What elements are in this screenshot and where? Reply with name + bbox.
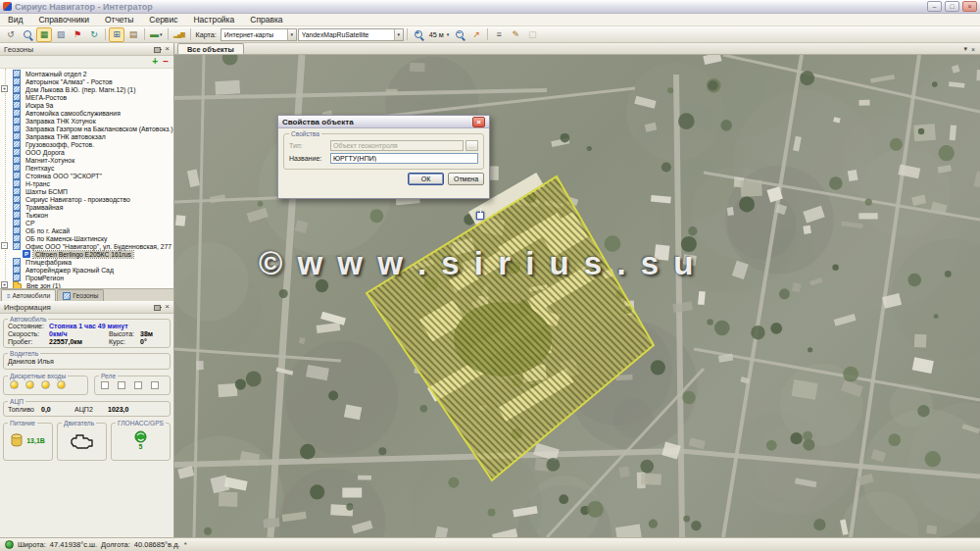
type-label: Тип: <box>289 142 330 149</box>
search-button[interactable] <box>20 27 35 42</box>
geozones-tree[interactable]: Монтажный отдел 2Авторынок "Алмаз" - Рос… <box>0 69 173 288</box>
add-geozone-button[interactable]: + <box>152 57 158 67</box>
tree-item-21[interactable]: ОБ по Каменск-Шахтинску <box>0 234 173 242</box>
close-button[interactable]: × <box>962 1 977 12</box>
adc2-label: АЦП2 <box>74 406 108 413</box>
tree-item-14[interactable]: Н-транс <box>0 179 173 187</box>
geozone-icon <box>13 226 21 234</box>
tree-item-7[interactable]: Заправка Газпром на Баклановском (Автово… <box>0 125 173 132</box>
extra-button[interactable]: ▢ <box>524 27 540 42</box>
tree-item-13[interactable]: Стоянка ООО "ЭСКОРТ" <box>0 172 173 179</box>
latitude-value: 47.41938°с.ш. <box>50 540 97 549</box>
relay-group: Реле <box>94 373 171 395</box>
tree-item-label: Заправка ТНК автовокзал <box>24 133 108 140</box>
menu-item-4[interactable]: Настройка <box>185 14 242 25</box>
tree-item-4[interactable]: Искра 9а <box>0 101 173 109</box>
tree-item-6[interactable]: Заправка ТНК Хотунок <box>0 117 173 125</box>
geozone-icon <box>13 85 21 93</box>
pin-icon[interactable] <box>153 45 162 53</box>
tree-item-8[interactable]: Заправка ТНК автовокзал <box>0 132 173 140</box>
tree-item-15[interactable]: Шахты БСМП <box>0 187 173 195</box>
mileage-value: 22557,0км <box>49 338 107 345</box>
tree-item-16[interactable]: Сириус Навигатор - производство <box>0 195 173 203</box>
panel-close-icon[interactable]: × <box>165 45 170 53</box>
ok-button[interactable]: ОК <box>408 173 444 185</box>
cancel-button[interactable]: Отмена <box>448 173 484 185</box>
geozone-icon <box>13 132 21 140</box>
relay-checkbox-1[interactable] <box>118 381 125 389</box>
vehicle-menu-button[interactable]: ▬▾ <box>148 27 165 42</box>
tree-item-12[interactable]: Пентхаус <box>0 164 173 172</box>
map-layer-combo[interactable]: YandexMapRuSatellite▾ <box>298 28 404 41</box>
tree-item-1[interactable]: Авторынок "Алмаз" - Ростов <box>0 77 173 85</box>
dropdown-arrow-icon[interactable]: ▾ <box>287 29 296 40</box>
tree-item-9[interactable]: Грузовозофф, Ростов. <box>0 140 173 148</box>
tree-item-18[interactable]: Тьюкон <box>0 211 173 219</box>
tab-list-icon[interactable]: ▾ <box>963 45 967 53</box>
tab-geozones[interactable]: Геозоны <box>57 289 104 301</box>
tab-vehicles-label: Автомобили <box>13 292 51 299</box>
relay-checkbox-0[interactable] <box>101 381 109 389</box>
tree-item-label: Офис ООО "Навигатор", ул. Буденновская, … <box>24 243 173 250</box>
tree-item-0[interactable]: Монтажный отдел 2 <box>0 70 173 77</box>
map-source-label: Карта: <box>196 30 217 39</box>
tree-item-2[interactable]: +Дом Лыкова В.Ю. (пер. Магн.12) (1) <box>0 85 173 93</box>
tree-item-23[interactable]: PCitroen Berlingo Е205КС 161rus <box>0 250 173 258</box>
edit-map-button[interactable]: ✎ <box>508 27 523 42</box>
expander-icon[interactable]: - <box>1 242 8 249</box>
show-tracks-button[interactable]: ▨ <box>53 27 69 42</box>
info-pin-icon[interactable] <box>153 303 162 311</box>
tree-item-22[interactable]: -Офис ООО "Навигатор", ул. Буденновская,… <box>0 242 173 250</box>
maximize-button[interactable]: □ <box>945 1 959 12</box>
pan-north-button[interactable]: ↗ <box>468 27 484 42</box>
menu-item-3[interactable]: Сервис <box>141 14 185 25</box>
refresh-button[interactable]: ↺ <box>3 27 19 42</box>
menu-item-1[interactable]: Справочники <box>30 14 97 25</box>
relay-checkbox-3[interactable] <box>151 381 159 389</box>
info-close-icon[interactable]: × <box>165 303 170 311</box>
charts-button[interactable]: ▂▄▆ <box>172 27 187 42</box>
menu-item-0[interactable]: Вид <box>0 14 30 25</box>
expander-icon[interactable]: + <box>1 85 8 92</box>
legend-button[interactable]: ≡ <box>491 27 507 42</box>
show-geozones-button[interactable]: ▦ <box>36 27 52 42</box>
tree-item-10[interactable]: ООО Дорога <box>0 148 173 156</box>
menu-item-5[interactable]: Справка <box>242 14 290 25</box>
dropdown-arrow-icon[interactable]: ▾ <box>394 29 403 40</box>
browse-button[interactable]: ... <box>466 140 478 151</box>
reports-button[interactable]: ▤ <box>125 27 141 42</box>
tab-vehicles[interactable]: ≡ Автомобили <box>1 289 56 301</box>
relay-checkbox-2[interactable] <box>134 381 142 389</box>
map-mode-button[interactable]: ⊞ <box>109 27 124 42</box>
dialog-close-button[interactable]: × <box>472 117 485 127</box>
tree-item-17[interactable]: Трамвайная <box>0 203 173 211</box>
vehicle-marker[interactable] <box>476 212 484 220</box>
tree-item-24[interactable]: Птицефабрика <box>0 258 173 266</box>
map-source-combo[interactable]: Интернет-карты▾ <box>220 28 297 41</box>
dialog-title-bar[interactable]: Свойства объекта × <box>278 116 489 128</box>
tree-item-3[interactable]: МЕГА-Ростов <box>0 93 173 101</box>
tree-item-label: Citroen Berlingo Е205КС 161rus <box>33 251 133 258</box>
tree-item-19[interactable]: СР <box>0 219 173 226</box>
tree-item-26[interactable]: ПромРегион <box>0 274 173 281</box>
tree-item-20[interactable]: ОБ по г. Аксай <box>0 226 173 234</box>
update-button[interactable]: ↻ <box>86 27 102 42</box>
remove-geozone-button[interactable]: − <box>163 57 169 67</box>
menu-item-2[interactable]: Отчеты <box>97 14 141 25</box>
tab-close-icon[interactable]: × <box>971 46 975 53</box>
show-tracks-icon: ▨ <box>57 30 66 39</box>
zoom-out-button[interactable]: − <box>452 27 467 42</box>
zoom-in-button[interactable]: + <box>411 27 426 42</box>
dropdown-arrow-icon[interactable]: ▾ <box>447 31 450 37</box>
tree-item-11[interactable]: Магнит-Хотунок <box>0 156 173 164</box>
tree-item-5[interactable]: Автомойка самообслуживания <box>0 109 173 117</box>
tree-item-27[interactable]: +Вне зон (1) <box>0 281 173 288</box>
expander-icon[interactable]: + <box>1 281 8 288</box>
minimize-button[interactable]: – <box>927 1 942 12</box>
name-input[interactable] <box>330 153 478 164</box>
tree-item-25[interactable]: Авторейнджер Красный Сад <box>0 266 173 274</box>
zoom-scale[interactable]: 45 м▾ <box>427 28 451 41</box>
tab-all-objects[interactable]: Все объекты <box>177 43 244 54</box>
discrete-input-led-2 <box>41 380 50 389</box>
alerts-button[interactable]: ⚑ <box>70 27 85 42</box>
